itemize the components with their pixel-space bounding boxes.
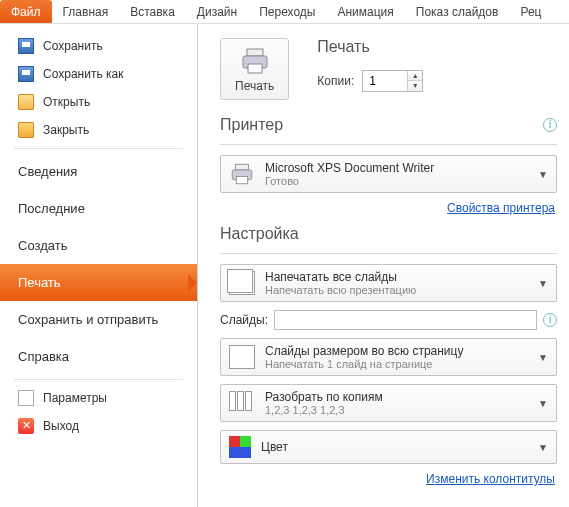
chevron-down-icon: ▼ <box>538 169 548 180</box>
exit-icon <box>18 418 34 434</box>
sidebar-label: Справка <box>18 349 69 364</box>
sidebar-new[interactable]: Создать <box>0 227 197 264</box>
copies-input[interactable] <box>363 71 407 91</box>
svg-rect-3 <box>236 164 249 170</box>
print-button[interactable]: Печать <box>220 38 289 100</box>
save-icon <box>18 38 34 54</box>
info-icon[interactable]: i <box>543 313 557 327</box>
tab-file[interactable]: Файл <box>0 0 52 23</box>
option-subtitle: Напечатать 1 слайд на странице <box>265 358 528 370</box>
tab-animation[interactable]: Анимация <box>326 0 404 23</box>
sidebar-info[interactable]: Сведения <box>0 153 197 190</box>
spin-down-icon[interactable]: ▼ <box>408 81 422 91</box>
option-title: Разобрать по копиям <box>265 390 528 404</box>
sidebar-label: Закрыть <box>43 123 89 137</box>
sidebar-share[interactable]: Сохранить и отправить <box>0 301 197 338</box>
option-subtitle: Напечатать всю презентацию <box>265 284 528 296</box>
slides-icon <box>229 271 255 295</box>
page-icon <box>229 345 255 369</box>
ribbon-tabs: Файл Главная Вставка Дизайн Переходы Ани… <box>0 0 569 24</box>
backstage-sidebar: Сохранить Сохранить как Открыть Закрыть … <box>0 24 198 507</box>
sidebar-options[interactable]: Параметры <box>0 384 197 412</box>
tab-home[interactable]: Главная <box>52 0 120 23</box>
option-title: Цвет <box>261 440 528 454</box>
sidebar-label: Создать <box>18 238 67 253</box>
sidebar-save[interactable]: Сохранить <box>0 32 197 60</box>
sidebar-open[interactable]: Открыть <box>0 88 197 116</box>
chevron-down-icon: ▼ <box>538 398 548 409</box>
print-panel: Печать Печать Копии: ▲▼ Принтерi Microso… <box>198 24 569 507</box>
tab-design[interactable]: Дизайн <box>186 0 248 23</box>
sidebar-print[interactable]: Печать <box>0 264 197 301</box>
save-as-icon <box>18 66 34 82</box>
layout-dropdown[interactable]: Слайды размером во всю страницуНапечатат… <box>220 338 557 376</box>
svg-rect-0 <box>247 49 263 56</box>
printer-heading: Принтер <box>220 116 283 134</box>
chevron-down-icon: ▼ <box>538 278 548 289</box>
options-icon <box>18 390 34 406</box>
svg-rect-2 <box>248 64 262 73</box>
copies-label: Копии: <box>317 74 354 88</box>
sidebar-label: Выход <box>43 419 79 433</box>
sidebar-label: Открыть <box>43 95 90 109</box>
tab-transitions[interactable]: Переходы <box>248 0 326 23</box>
sidebar-exit[interactable]: Выход <box>0 412 197 440</box>
folder-icon <box>18 122 34 138</box>
color-dropdown[interactable]: Цвет ▼ <box>220 430 557 464</box>
printer-dropdown[interactable]: Microsoft XPS Document WriterГотово ▼ <box>220 155 557 193</box>
color-icon <box>229 436 251 458</box>
print-button-label: Печать <box>235 79 274 93</box>
copies-spinner[interactable]: ▲▼ <box>362 70 423 92</box>
chevron-down-icon: ▼ <box>538 442 548 453</box>
option-subtitle: 1,2,3 1,2,3 1,2,3 <box>265 404 528 416</box>
printer-icon <box>229 162 255 186</box>
chevron-down-icon: ▼ <box>538 352 548 363</box>
collate-icon <box>229 391 255 415</box>
printer-icon <box>239 47 271 75</box>
info-icon[interactable]: i <box>543 118 557 132</box>
print-heading: Печать <box>317 38 369 56</box>
print-range-dropdown[interactable]: Напечатать все слайдыНапечатать всю през… <box>220 264 557 302</box>
edit-header-footer-link[interactable]: Изменить колонтитулы <box>220 472 555 486</box>
sidebar-label: Сведения <box>18 164 77 179</box>
slides-input[interactable] <box>274 310 537 330</box>
sidebar-save-as[interactable]: Сохранить как <box>0 60 197 88</box>
printer-properties-link[interactable]: Свойства принтера <box>220 201 555 215</box>
sidebar-label: Печать <box>18 275 61 290</box>
option-title: Напечатать все слайды <box>265 270 528 284</box>
slides-label: Слайды: <box>220 313 268 327</box>
printer-name: Microsoft XPS Document Writer <box>265 161 528 175</box>
tab-slideshow[interactable]: Показ слайдов <box>405 0 510 23</box>
folder-open-icon <box>18 94 34 110</box>
sidebar-label: Сохранить <box>43 39 103 53</box>
printer-status: Готово <box>265 175 528 187</box>
tab-review[interactable]: Рец <box>509 0 552 23</box>
sidebar-label: Сохранить как <box>43 67 123 81</box>
sidebar-label: Параметры <box>43 391 107 405</box>
sidebar-close[interactable]: Закрыть <box>0 116 197 144</box>
option-title: Слайды размером во всю страницу <box>265 344 528 358</box>
sidebar-label: Сохранить и отправить <box>18 312 158 327</box>
sidebar-label: Последние <box>18 201 85 216</box>
collate-dropdown[interactable]: Разобрать по копиям1,2,3 1,2,3 1,2,3 ▼ <box>220 384 557 422</box>
sidebar-help[interactable]: Справка <box>0 338 197 375</box>
settings-heading: Настройка <box>220 225 299 243</box>
svg-rect-5 <box>236 176 247 183</box>
sidebar-recent[interactable]: Последние <box>0 190 197 227</box>
spin-up-icon[interactable]: ▲ <box>408 71 422 81</box>
tab-insert[interactable]: Вставка <box>119 0 186 23</box>
